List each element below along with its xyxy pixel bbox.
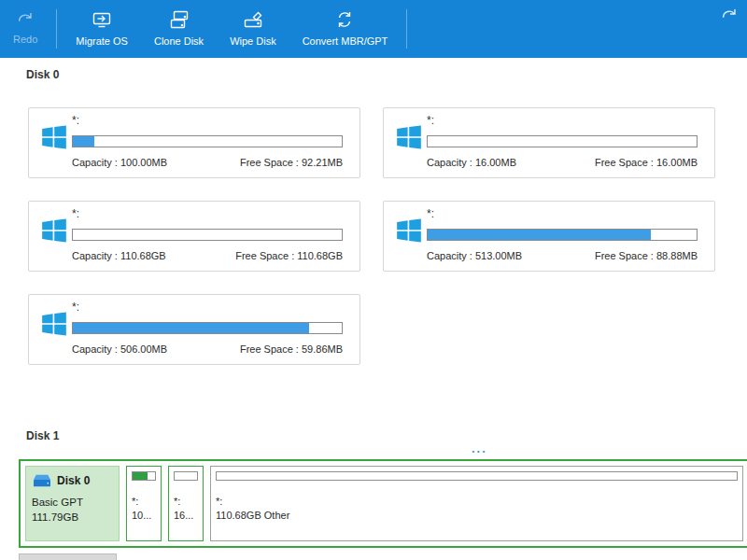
strip-usage-bar xyxy=(216,471,738,481)
convert-mbr-gpt-icon xyxy=(333,8,356,31)
strip-partition-name: *: xyxy=(174,496,198,507)
redo-button[interactable]: Redo xyxy=(0,0,50,58)
partition-caption-row: Capacity : 16.00MB Free Space : 16.00MB xyxy=(427,157,698,168)
disk0-section-label: Disk 0 xyxy=(26,68,59,81)
capacity-label: Capacity : 16.00MB xyxy=(427,157,516,168)
partition-name: *: xyxy=(427,207,434,220)
windows-logo-icon xyxy=(41,311,67,337)
redo-label: Redo xyxy=(13,34,37,45)
usage-bar-fill xyxy=(428,230,651,240)
strip-partition-name: *: xyxy=(132,496,156,507)
capacity-label: Capacity : 506.00MB xyxy=(72,343,167,355)
partition-card[interactable]: *: Capacity : 16.00MB Free Space : 16.00… xyxy=(383,107,715,178)
partition-card[interactable]: *: Capacity : 506.00MB Free Space : 59.8… xyxy=(28,294,360,365)
free-space-label: Free Space : 92.21MB xyxy=(240,157,343,168)
disk1-strip-partial[interactable] xyxy=(19,553,747,560)
free-space-label: Free Space : 110.68GB xyxy=(235,250,343,261)
strip-partition-size: 110.68GB Other xyxy=(216,510,738,521)
windows-logo-icon xyxy=(41,217,67,244)
strip-partition-block[interactable]: *: 16... xyxy=(168,466,204,541)
strip-partition-name: *: xyxy=(216,496,738,507)
partition-card[interactable]: *: Capacity : 513.00MB Free Space : 88.8… xyxy=(383,201,715,272)
partition-card[interactable]: *: Capacity : 110.68GB Free Space : 110.… xyxy=(28,201,360,272)
partition-card[interactable]: *: Capacity : 100.00MB Free Space : 92.2… xyxy=(28,107,360,178)
disk1-strip-info-partial xyxy=(19,553,117,560)
strip-usage-bar xyxy=(174,471,198,481)
partition-name: *: xyxy=(72,114,79,127)
redo-icon xyxy=(15,8,35,29)
wipe-disk-button[interactable]: Wipe Disk xyxy=(217,0,289,58)
capacity-label: Capacity : 513.00MB xyxy=(427,250,522,261)
clone-disk-label: Clone Disk xyxy=(154,35,204,47)
usage-bar-fill xyxy=(73,136,94,147)
partition-name: *: xyxy=(427,114,434,127)
main-panel: Disk 0 *: Capacity : 100.00MB Free Space… xyxy=(0,58,747,560)
toolbar: Redo Migrate OS Clone Disk xyxy=(0,0,747,58)
partition-name: *: xyxy=(72,207,79,220)
partition-caption-row: Capacity : 506.00MB Free Space : 59.86MB xyxy=(72,343,343,355)
convert-mbr-gpt-button[interactable]: Convert MBR/GPT xyxy=(289,0,402,58)
partition-caption-row: Capacity : 110.68GB Free Space : 110.68G… xyxy=(72,250,343,261)
strip-usage-bar-fill xyxy=(133,472,148,480)
strip-partition-block[interactable]: *: 110.68GB Other xyxy=(210,466,743,541)
usage-bar-fill xyxy=(73,323,309,333)
strip-disk-name: Disk 0 xyxy=(57,474,90,487)
strip-partition-block[interactable]: *: 10... xyxy=(126,466,162,541)
capacity-label: Capacity : 110.68GB xyxy=(72,250,166,261)
migrate-os-icon xyxy=(91,8,113,31)
toolbar-separator xyxy=(56,9,57,49)
strip-partition-size: 10... xyxy=(132,510,156,521)
strip-disk-size: 111.79GB xyxy=(32,511,113,523)
free-space-label: Free Space : 59.86MB xyxy=(240,343,343,355)
clone-disk-button[interactable]: Clone Disk xyxy=(141,0,217,58)
disk0-strip[interactable]: Disk 0 Basic GPT 111.79GB *: 10... *: 16… xyxy=(19,459,747,548)
wipe-disk-icon xyxy=(242,8,264,31)
usage-bar xyxy=(427,229,698,241)
usage-bar xyxy=(72,135,343,147)
strip-partition-size: 16... xyxy=(174,510,198,521)
partition-caption-row: Capacity : 100.00MB Free Space : 92.21MB xyxy=(72,157,343,168)
wipe-disk-label: Wipe Disk xyxy=(230,35,276,47)
windows-logo-icon xyxy=(396,124,422,150)
clone-disk-icon xyxy=(168,8,190,31)
partition-name: *: xyxy=(72,301,79,314)
capacity-label: Capacity : 100.00MB xyxy=(72,157,167,168)
usage-bar xyxy=(72,322,343,334)
refresh-icon[interactable] xyxy=(719,5,740,25)
windows-logo-icon xyxy=(396,217,422,244)
disk0-strip-info[interactable]: Disk 0 Basic GPT 111.79GB xyxy=(25,466,120,541)
usage-bar xyxy=(72,229,343,241)
convert-mbr-gpt-label: Convert MBR/GPT xyxy=(303,35,388,47)
usage-bar xyxy=(427,135,698,147)
migrate-os-button[interactable]: Migrate OS xyxy=(63,0,141,58)
disk1-section-label: Disk 1 xyxy=(26,429,59,442)
migrate-os-label: Migrate OS xyxy=(76,35,128,47)
overflow-dots[interactable]: ... xyxy=(472,441,487,455)
disk-icon xyxy=(32,472,52,489)
toolbar-separator xyxy=(406,9,407,49)
strip-disk-type: Basic GPT xyxy=(32,497,113,508)
free-space-label: Free Space : 88.88MB xyxy=(595,250,698,261)
free-space-label: Free Space : 16.00MB xyxy=(595,157,698,168)
partition-caption-row: Capacity : 513.00MB Free Space : 88.88MB xyxy=(427,250,698,261)
windows-logo-icon xyxy=(41,124,67,150)
strip-usage-bar xyxy=(132,471,156,481)
